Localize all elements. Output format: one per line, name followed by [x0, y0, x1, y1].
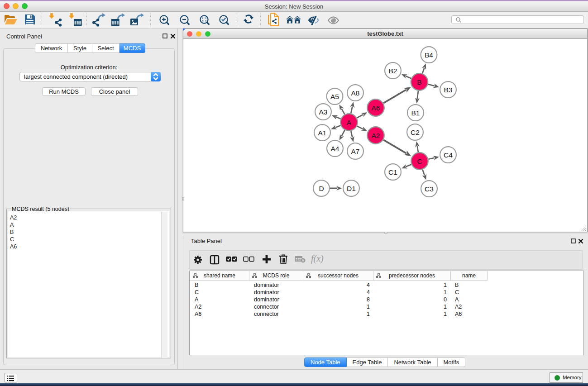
- svg-text:D: D: [319, 185, 324, 192]
- svg-text:C3: C3: [425, 185, 434, 193]
- svg-text:C2: C2: [411, 129, 420, 136]
- svg-text:B3: B3: [444, 86, 453, 94]
- svg-text:A7: A7: [351, 148, 360, 155]
- svg-text:A4: A4: [331, 145, 339, 152]
- svg-text:A3: A3: [319, 108, 328, 116]
- svg-text:C: C: [417, 157, 422, 165]
- svg-text:A8: A8: [351, 89, 360, 97]
- svg-text:B4: B4: [425, 51, 433, 59]
- svg-text:A2: A2: [372, 132, 380, 139]
- svg-text:D1: D1: [347, 185, 356, 192]
- svg-text:A1: A1: [318, 129, 327, 137]
- svg-text:C4: C4: [444, 151, 453, 159]
- svg-text:C1: C1: [388, 168, 397, 176]
- svg-text:B2: B2: [389, 67, 397, 75]
- svg-text:B1: B1: [411, 109, 420, 117]
- svg-text:B: B: [417, 78, 421, 86]
- svg-text:A5: A5: [330, 93, 339, 100]
- svg-text:A: A: [347, 119, 352, 126]
- svg-text:A6: A6: [372, 104, 380, 112]
